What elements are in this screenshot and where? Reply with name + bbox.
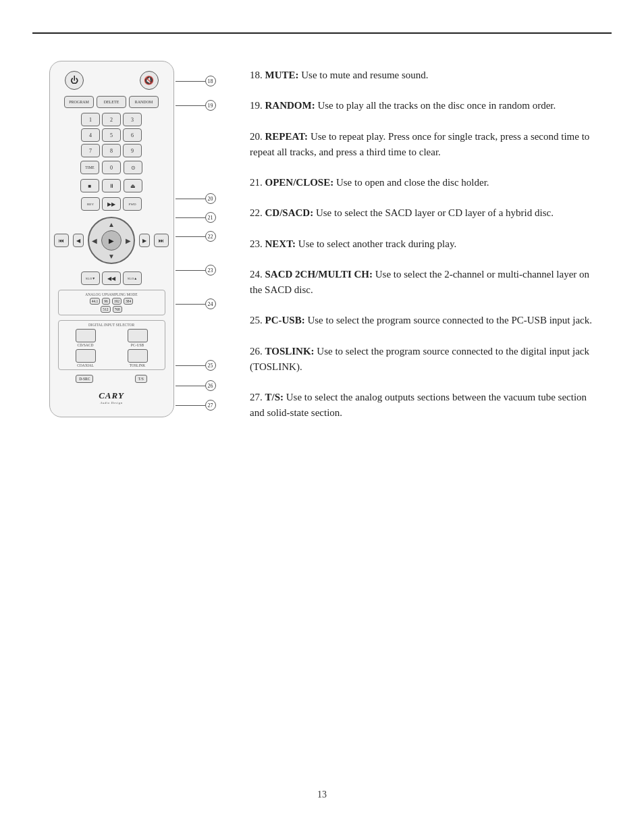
- callout-22: 22: [176, 231, 216, 242]
- instruction-20-label: REPEAT:: [265, 131, 308, 142]
- open-close-button[interactable]: ⊙: [124, 161, 142, 174]
- instruction-24: 24. SACD 2CH/MULTI CH: Use to select the…: [250, 267, 603, 298]
- mute-button[interactable]: 🔇: [140, 71, 159, 90]
- time-button[interactable]: TIME: [80, 161, 99, 174]
- pc-usb-button[interactable]: [128, 329, 148, 342]
- top-rule: [32, 32, 612, 34]
- num-8-button[interactable]: 8: [102, 144, 121, 157]
- prev-group-button[interactable]: REV: [81, 197, 100, 211]
- upsample-btns: 44.1 96 192 384: [61, 298, 163, 305]
- slow-rev-button[interactable]: SLO▼: [81, 271, 100, 285]
- random-button[interactable]: RANDOM: [129, 96, 159, 108]
- num-4-button[interactable]: 4: [81, 128, 100, 142]
- num-1-button[interactable]: 1: [81, 113, 100, 126]
- callout-21: 21: [176, 212, 216, 223]
- toslink-wrap: TOSLINK: [113, 349, 163, 367]
- nav-up-icon[interactable]: ▲: [108, 221, 115, 228]
- power-button[interactable]: ⏻: [65, 71, 84, 90]
- delete-button[interactable]: DELETE: [97, 96, 126, 108]
- next-group-button[interactable]: FWD: [123, 197, 142, 211]
- remote-wrapper: ⏻ 🔇 PROGRAM DELETE RANDOM 1 2 3 4 5 6: [49, 61, 174, 417]
- callout-18: 18: [176, 76, 216, 86]
- instruction-21-text: Use to open and close the disc holder.: [336, 177, 489, 188]
- skip-prev-prev-button[interactable]: ⏮: [54, 234, 69, 247]
- skip-next-button[interactable]: ▶: [139, 234, 150, 247]
- instruction-18-num: 18.: [250, 70, 263, 80]
- coaxial-button[interactable]: [76, 349, 96, 363]
- instruction-26-label: TOSLINK:: [265, 346, 315, 357]
- cd-sacd-wrap: CD/SACD: [61, 329, 111, 347]
- nav-center-button[interactable]: ▶: [101, 230, 122, 251]
- dsrc-row: D-SRC T/S: [58, 375, 165, 383]
- upsample-384-button[interactable]: 384: [124, 298, 133, 305]
- upsample-192-button[interactable]: 192: [112, 298, 122, 305]
- callout-19: 19: [176, 100, 216, 111]
- num-6-button[interactable]: 6: [123, 128, 142, 142]
- instruction-27: 27. T/S: Use to select the analog output…: [250, 390, 603, 421]
- instruction-18: 18. MUTE: Use to mute and resume sound.: [250, 68, 603, 83]
- instruction-24-label: SACD 2CH/MULTI CH:: [265, 269, 373, 280]
- instruction-22-text: Use to select the SACD layer or CD layer…: [316, 207, 554, 218]
- instruction-21-num: 21.: [250, 177, 263, 188]
- ts-button[interactable]: T/S: [135, 375, 147, 383]
- upsample-441-button[interactable]: 44.1: [90, 298, 101, 305]
- num-0-button[interactable]: 0: [102, 161, 121, 174]
- rew-button[interactable]: ◀◀: [102, 271, 121, 285]
- eject-button[interactable]: ⏏: [124, 179, 142, 192]
- callout-26: 26: [176, 380, 216, 391]
- nav-right-icon[interactable]: ▶: [126, 237, 131, 244]
- instruction-25: 25. PC-USB: Use to select the program so…: [250, 313, 603, 328]
- instruction-25-text: Use to select the program source connect…: [307, 315, 592, 325]
- callout-20: 20: [176, 193, 216, 204]
- slow-fwd-button[interactable]: SLO▲: [123, 271, 142, 285]
- instruction-22-num: 22.: [250, 207, 263, 218]
- skip-next-next-button[interactable]: ⏭: [154, 234, 169, 247]
- instruction-27-num: 27.: [250, 392, 263, 402]
- instruction-21: 21. OPEN/CLOSE: Use to open and close th…: [250, 175, 603, 190]
- nav-ring: ▲ ▼ ◀ ▶ ▶: [88, 217, 135, 264]
- instruction-19-label: RANDOM:: [265, 100, 315, 111]
- num-9-button[interactable]: 9: [123, 144, 142, 157]
- num-5-button[interactable]: 5: [102, 128, 121, 142]
- page-content: ⏻ 🔇 PROGRAM DELETE RANDOM 1 2 3 4 5 6: [0, 0, 644, 436]
- page-number: 13: [317, 789, 327, 800]
- toslink-button[interactable]: [128, 349, 148, 363]
- transport-top-row: ■ ⏸ ⏏: [58, 179, 165, 192]
- pause-button[interactable]: ⏸: [102, 179, 121, 192]
- nav-outer-row: ⏮ ◀ ▲ ▼ ◀ ▶ ▶ ▶ ⏭: [54, 214, 169, 267]
- program-button[interactable]: PROGRAM: [64, 96, 94, 108]
- ff-button[interactable]: ▶▶: [102, 197, 121, 211]
- instruction-22-label: CD/SACD:: [265, 207, 314, 218]
- upsample-section: ANALOG UPSAMPLING MODE 44.1 96 192 384 5…: [58, 290, 165, 315]
- upsample-512-button[interactable]: 512: [101, 306, 110, 313]
- nav-down-icon[interactable]: ▼: [108, 253, 115, 260]
- instruction-23-label: NEXT:: [265, 238, 296, 249]
- upsample-btns-2: 512 768: [61, 306, 163, 313]
- instruction-25-label: PC-USB:: [265, 315, 305, 325]
- pc-usb-wrap: PC-USB: [113, 329, 163, 347]
- instruction-19-num: 19.: [250, 100, 263, 111]
- instruction-22: 22. CD/SACD: Use to select the SACD laye…: [250, 205, 603, 221]
- upsample-768-button[interactable]: 768: [113, 306, 122, 313]
- skip-prev-button[interactable]: ◀: [73, 234, 84, 247]
- cd-sacd-button[interactable]: [76, 329, 96, 342]
- instruction-23-text: Use to select another track during play.: [298, 238, 456, 249]
- num-2-button[interactable]: 2: [102, 113, 121, 126]
- callout-27: 27: [176, 400, 216, 411]
- instruction-20: 20. REPEAT: Use to repeat play. Press on…: [250, 129, 603, 161]
- callout-23: 23: [176, 265, 216, 276]
- nav-left-icon[interactable]: ◀: [92, 237, 97, 244]
- num-7-button[interactable]: 7: [81, 144, 100, 157]
- digital-label: DIGITAL INPUT SELECTOR: [61, 323, 163, 327]
- remote-control: ⏻ 🔇 PROGRAM DELETE RANDOM 1 2 3 4 5 6: [49, 61, 174, 417]
- slow-rev-row: SLO▼ ◀◀ SLO▲: [58, 271, 165, 285]
- instruction-18-text: Use to mute and resume sound.: [301, 70, 428, 80]
- upsample-96-button[interactable]: 96: [102, 298, 110, 305]
- remote-container: ⏻ 🔇 PROGRAM DELETE RANDOM 1 2 3 4 5 6: [41, 61, 182, 436]
- coaxial-wrap: COAXIAL: [61, 349, 111, 367]
- d-src-button[interactable]: D-SRC: [76, 375, 93, 383]
- num-3-button[interactable]: 3: [123, 113, 142, 126]
- numpad: 1 2 3 4 5 6 7 8 9: [81, 113, 142, 157]
- stop-button[interactable]: ■: [80, 179, 99, 192]
- instruction-24-num: 24.: [250, 269, 263, 280]
